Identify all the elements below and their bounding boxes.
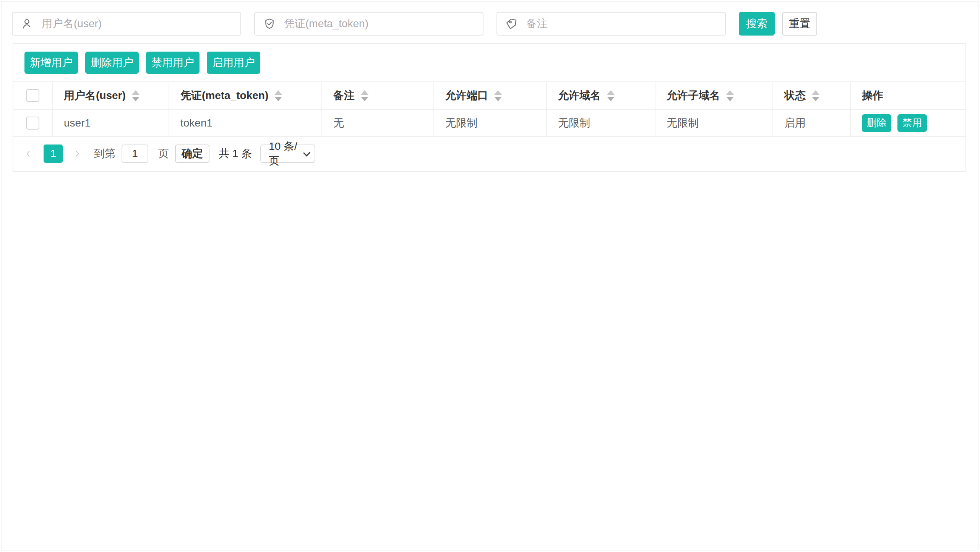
sort-caret-icon[interactable]	[607, 90, 615, 101]
cell-allowed-domains: 无限制	[547, 109, 655, 136]
column-header-actions: 操作	[862, 88, 883, 103]
total-count-label: 共 1 条	[219, 146, 252, 161]
cell-remark: 无	[322, 109, 434, 136]
pagination: 1 到第 页 确定 共 1 条 10 条/页	[24, 144, 965, 163]
cell-token: token1	[169, 109, 322, 136]
remark-search-input[interactable]: 备注	[496, 12, 726, 36]
delete-user-button[interactable]: 删除用户	[85, 52, 139, 74]
column-header-token: 凭证(meta_token)	[180, 88, 268, 103]
username-search-input[interactable]: 用户名(user)	[12, 12, 241, 36]
page-size-select[interactable]: 10 条/页	[260, 144, 315, 163]
row-disable-button[interactable]: 禁用	[897, 114, 927, 132]
column-header-allowed-domains: 允许域名	[558, 88, 601, 103]
column-header-user: 用户名(user)	[64, 88, 126, 103]
cell-allowed-ports: 无限制	[434, 109, 547, 136]
sort-caret-icon[interactable]	[812, 90, 819, 101]
user-icon	[21, 18, 33, 30]
column-header-remark: 备注	[333, 88, 355, 103]
row-delete-button[interactable]: 删除	[862, 114, 891, 132]
chevron-right-icon[interactable]	[73, 144, 81, 163]
sort-caret-icon[interactable]	[494, 90, 502, 101]
disable-user-button[interactable]: 禁用用户	[146, 52, 200, 74]
chevron-down-icon	[303, 149, 310, 156]
table-header-row: 用户名(user) 凭证(meta_token) 备注 允许端口 允许域名 允许…	[13, 82, 965, 109]
column-header-allowed-ports: 允许端口	[445, 88, 488, 103]
chevron-left-icon[interactable]	[24, 144, 32, 163]
search-button[interactable]: 搜索	[739, 12, 775, 36]
page-size-value: 10 条/页	[269, 139, 303, 168]
toolbar: 新增用户 删除用户 禁用用户 启用用户	[24, 52, 965, 74]
confirm-page-button[interactable]: 确定	[175, 144, 209, 163]
token-search-input[interactable]: 凭证(meta_token)	[254, 12, 484, 36]
remark-placeholder: 备注	[526, 16, 548, 31]
page-number-button[interactable]: 1	[44, 144, 63, 163]
sort-caret-icon[interactable]	[274, 90, 282, 101]
table-row: user1 token1 无 无限制 无限制 无限制 启用 删除 禁用	[13, 109, 965, 136]
user-table-panel: 新增用户 删除用户 禁用用户 启用用户 用户名(user) 凭证(meta_to…	[13, 43, 966, 172]
reset-button[interactable]: 重置	[782, 12, 817, 36]
page-input[interactable]	[122, 144, 148, 163]
sort-caret-icon[interactable]	[361, 90, 368, 101]
token-placeholder: 凭证(meta_token)	[284, 16, 368, 31]
select-all-checkbox[interactable]	[26, 89, 39, 102]
cell-status: 启用	[773, 109, 850, 136]
column-header-allowed-subdomains: 允许子域名	[667, 88, 720, 103]
goto-page-label: 到第	[94, 146, 115, 161]
sort-caret-icon[interactable]	[726, 90, 734, 101]
row-checkbox[interactable]	[26, 117, 39, 130]
search-bar: 用户名(user) 凭证(meta_token) 备注 搜索 重置	[12, 12, 817, 36]
cell-allowed-subdomains: 无限制	[655, 109, 773, 136]
row-actions: 删除 禁用	[862, 114, 962, 132]
add-user-button[interactable]: 新增用户	[24, 52, 78, 74]
column-header-status: 状态	[784, 88, 806, 103]
cell-user: user1	[52, 109, 169, 136]
page-unit-label: 页	[158, 146, 169, 161]
shield-check-icon	[263, 18, 276, 30]
enable-user-button[interactable]: 启用用户	[207, 52, 260, 74]
sort-caret-icon[interactable]	[132, 90, 140, 101]
tag-icon	[506, 18, 518, 30]
user-table: 用户名(user) 凭证(meta_token) 备注 允许端口 允许域名 允许…	[13, 81, 965, 137]
username-placeholder: 用户名(user)	[42, 16, 102, 31]
